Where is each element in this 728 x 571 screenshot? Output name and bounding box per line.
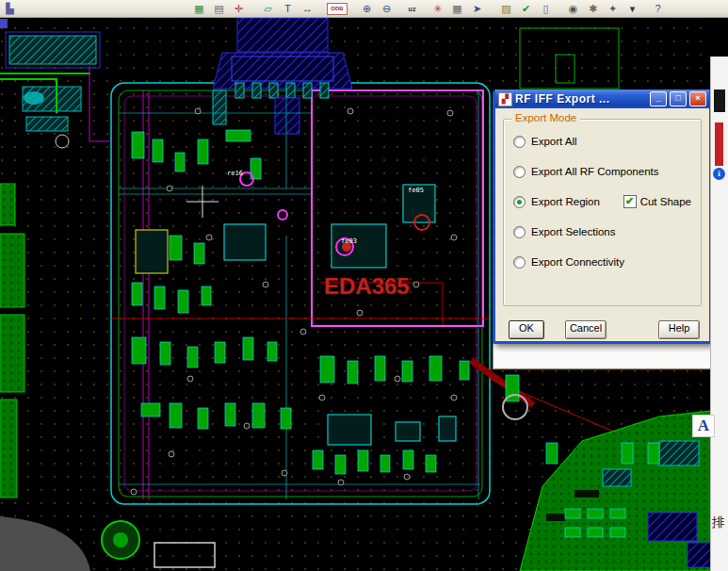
option-export-connectivity[interactable]: Export Connectivity [513,255,691,269]
settings-tool-icon[interactable]: ✱ [585,2,601,16]
document-icon[interactable] [714,90,725,112]
rf-export-dialog: ▞ RF IFF Export ... _ □ × Export Mode Ex… [493,90,712,344]
file-sliver-icon[interactable]: ▙ [2,2,18,16]
option-export-selections[interactable]: Export Selections [513,225,691,238]
svg-text:re16: re16 [227,170,243,177]
main-toolbar: ▙▦▤✛▱T↔ODB⊕⊖uz✳▦➤▨✔▯◉✱✦▾? [0,0,728,18]
maximize-button[interactable]: □ [670,91,687,106]
background-window-strip [493,340,715,369]
cut-shape-label: Cut Shape [640,196,691,207]
option-label: Export All [531,136,577,147]
grid-toggle-icon[interactable]: ▦ [449,2,465,16]
annotation-letter: A [692,415,715,437]
shape-tool-icon[interactable]: ▱ [260,2,276,16]
red-marker-icon[interactable] [715,122,723,166]
cjk-label: 排 [712,514,725,531]
option-label: Export All RF Components [531,166,659,177]
export-mode-group: Export Mode Export All Export All RF Com… [503,119,702,306]
option-label: Export Region [531,196,600,207]
help-button[interactable]: Help [658,320,700,339]
radio-export-all-rf-components[interactable] [513,166,526,178]
radio-export-all[interactable] [513,136,526,148]
zoom-in-icon[interactable]: ⊕ [359,2,375,16]
cut-shape-control[interactable]: ✔ Cut Shape [623,195,691,208]
export-mode-label: Export Mode [511,112,580,123]
cam-view-icon[interactable]: ◉ [565,2,581,16]
screen: re16 fe05 fe03 EDA365 ▙▦▤✛▱T↔ODB⊕⊖uz✳▦➤▨… [0,0,728,571]
dialog-body: Export Mode Export All Export All RF Com… [495,108,709,338]
right-panel: i A 排 [710,57,728,571]
check-tool-icon[interactable]: ✔ [518,2,534,16]
svg-text:fe05: fe05 [408,187,424,194]
dimension-tool-icon[interactable]: ↔ [299,2,315,16]
zoom-out-icon[interactable]: ⊖ [379,2,395,16]
option-label: Export Connectivity [531,256,624,268]
option-export-all-rf-components[interactable]: Export All RF Components [513,165,691,178]
text-tool-icon[interactable]: T [280,2,296,16]
ok-button[interactable]: OK [509,320,544,339]
color-palette-icon[interactable]: ▨ [498,2,514,16]
svg-text:fe03: fe03 [341,237,357,245]
odb-export-icon[interactable]: ODB [327,3,348,15]
star-tool-icon[interactable]: ✦ [605,2,621,16]
option-export-region[interactable]: Export Region ✔ Cut Shape [513,195,691,208]
dialog-buttons: OK Cancel Help [509,320,700,337]
report-tool-icon[interactable]: ▯ [538,2,554,16]
radio-export-selections[interactable] [513,226,526,238]
dialog-titlebar[interactable]: ▞ RF IFF Export ... _ □ × [495,90,709,108]
radio-export-region[interactable] [513,196,526,208]
route-tool-icon[interactable]: ➤ [469,2,485,16]
option-label: Export Selections [531,226,616,237]
minimize-button[interactable]: _ [650,91,667,106]
dropdown-icon[interactable]: ▾ [624,2,640,16]
info-icon[interactable]: i [713,168,725,180]
view-grid-icon[interactable]: ▦ [191,2,207,16]
dialog-title: RF IFF Export ... [515,92,647,106]
watermark: EDA365 [324,273,410,299]
option-export-all[interactable]: Export All [513,135,691,148]
export-options: Export All Export All RF Components Expo… [504,120,701,269]
dialog-icon: ▞ [498,92,512,106]
help-tool-icon[interactable]: ? [650,2,666,16]
layer-stack-icon[interactable]: ▤ [211,2,227,16]
highlight-icon[interactable]: ✳ [429,2,445,16]
red-probe-icon[interactable]: ✛ [231,2,247,16]
cancel-button[interactable]: Cancel [565,320,607,339]
uz-tool-icon[interactable]: uz [404,2,420,16]
cut-shape-checkbox[interactable]: ✔ [623,195,637,208]
radio-export-connectivity[interactable] [513,256,526,269]
close-button[interactable]: × [689,91,706,106]
